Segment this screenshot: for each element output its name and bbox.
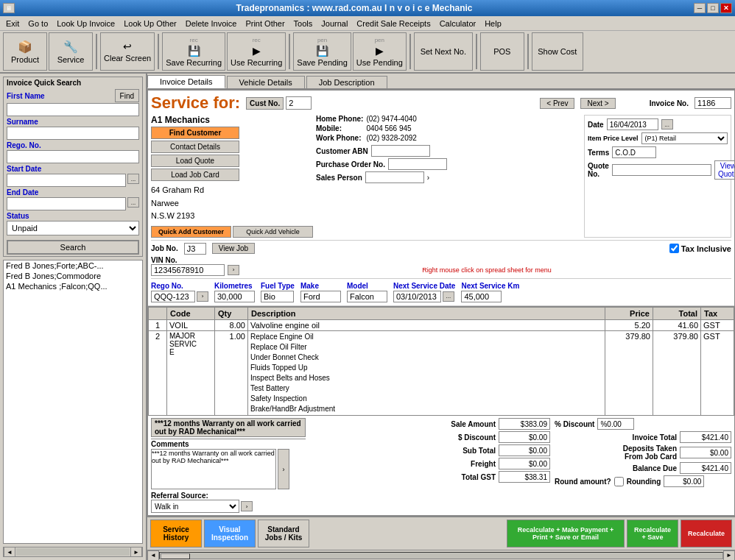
referral-expand-btn[interactable]: › xyxy=(241,501,253,511)
make-input[interactable] xyxy=(300,291,341,302)
balance-due-input[interactable] xyxy=(680,462,731,474)
hscroll-track[interactable] xyxy=(159,552,723,559)
prev-button[interactable]: < Prev xyxy=(540,98,574,109)
scroll-right[interactable]: ► xyxy=(130,547,142,557)
date-picker-btn[interactable]: ... xyxy=(661,119,673,130)
service-history-button[interactable]: Service History xyxy=(150,520,202,547)
menu-lookup-other[interactable]: Look Up Other xyxy=(119,18,181,29)
show-cost-button[interactable]: Show Cost xyxy=(532,32,583,71)
po-input[interactable] xyxy=(388,158,447,170)
gst-input[interactable] xyxy=(499,471,550,483)
make-payment-button[interactable]: Recalculate + Make Payment + Print + Sav… xyxy=(507,520,625,547)
fuel-input[interactable] xyxy=(261,291,294,302)
deposits-input[interactable] xyxy=(680,447,731,458)
hscroll-left-btn[interactable]: ◄ xyxy=(147,550,159,561)
end-date-input[interactable] xyxy=(7,197,126,210)
menu-tools[interactable]: Tools xyxy=(289,18,317,29)
close-button[interactable]: ✕ xyxy=(720,3,732,13)
start-date-picker[interactable]: ... xyxy=(127,174,139,184)
search-button[interactable]: Search xyxy=(7,240,139,255)
load-job-card-button[interactable]: Load Job Card xyxy=(151,169,239,181)
model-input[interactable] xyxy=(347,291,387,302)
list-item-3[interactable]: A1 Mechanics ;Falcon;QQ... xyxy=(4,281,142,291)
menu-print-other[interactable]: Print Other xyxy=(241,18,289,29)
invoice-total-input[interactable] xyxy=(680,431,731,443)
terms-input[interactable] xyxy=(612,146,656,158)
surname-input[interactable] xyxy=(7,127,139,140)
cust-no-input[interactable] xyxy=(286,96,312,110)
tab-invoice-details[interactable]: Invoice Details xyxy=(147,75,225,88)
menu-calculator[interactable]: Calculator xyxy=(435,18,481,29)
find-customer-button[interactable]: Find Customer xyxy=(151,127,239,139)
tab-job-description[interactable]: Job Description xyxy=(306,76,387,88)
find-button[interactable]: Find xyxy=(115,89,139,102)
menu-exit[interactable]: Exit xyxy=(1,18,24,29)
subtotal-input[interactable] xyxy=(499,444,550,456)
set-next-button[interactable]: Set Next No. xyxy=(414,32,473,71)
menu-journal[interactable]: Journal xyxy=(317,18,352,29)
rounding-input[interactable] xyxy=(664,475,704,487)
tab-vehicle-details[interactable]: Vehicle Details xyxy=(227,76,305,88)
price-level-select[interactable]: (P1) Retail xyxy=(641,132,728,144)
vin-input[interactable] xyxy=(151,264,225,276)
menu-credit-sale[interactable]: Credit Sale Receipts xyxy=(352,18,435,29)
quote-no-input[interactable] xyxy=(612,164,711,176)
hscroll-right-btn[interactable]: ► xyxy=(723,550,735,561)
next-button[interactable]: Next > xyxy=(580,98,615,109)
menu-help[interactable]: Help xyxy=(480,18,506,29)
standard-jobs-button[interactable]: Standard Jobs / Kits xyxy=(258,520,309,547)
rego-no-vehicle-input[interactable] xyxy=(151,291,195,302)
list-item-1[interactable]: Fred B Jones;Forte;ABC-... xyxy=(4,260,142,271)
menu-delete-invoice[interactable]: Delete Invoice xyxy=(181,18,242,29)
save-recurring-button[interactable]: rec 💾 Save Recurring xyxy=(162,32,225,71)
next-date-input[interactable] xyxy=(393,291,441,302)
recalculate-save-button[interactable]: Recalculate + Save xyxy=(627,520,678,547)
scroll-left[interactable]: ◄ xyxy=(4,547,15,557)
clear-screen-button[interactable]: ↩ Clear Screen xyxy=(100,32,155,71)
start-date-input[interactable] xyxy=(7,174,126,187)
recalculate-button[interactable]: Recalculate xyxy=(681,520,732,547)
contact-details-button[interactable]: Contact Details xyxy=(151,141,239,153)
first-name-input[interactable] xyxy=(7,103,139,116)
round-amount-checkbox[interactable] xyxy=(614,477,624,486)
use-pending-button[interactable]: pen ▶ Use Pending xyxy=(353,32,407,71)
date-input[interactable] xyxy=(607,118,658,130)
next-km-input[interactable] xyxy=(461,291,502,302)
rego-nav-btn[interactable]: › xyxy=(197,291,208,302)
km-input[interactable] xyxy=(214,291,255,302)
load-quote-button[interactable]: Load Quote xyxy=(151,155,239,167)
visual-inspection-button[interactable]: Visual Inspection xyxy=(204,520,256,547)
product-button[interactable]: 📦 Product xyxy=(3,32,47,71)
referral-select[interactable]: Walk in xyxy=(151,500,239,513)
service-button[interactable]: 🔧 Service xyxy=(49,32,93,71)
pos-button[interactable]: POS xyxy=(480,32,524,71)
minimize-button[interactable]: ─ xyxy=(694,3,706,13)
view-job-button[interactable]: View Job xyxy=(212,243,255,254)
hscroll-thumb[interactable] xyxy=(161,553,190,559)
tax-inclusive-checkbox[interactable] xyxy=(669,244,679,253)
sale-amount-input[interactable] xyxy=(499,418,550,430)
quick-add-customer-button[interactable]: Quick Add Customer xyxy=(151,226,231,238)
next-date-picker[interactable]: ... xyxy=(443,291,454,302)
discount-input[interactable] xyxy=(499,431,550,443)
job-no-input[interactable] xyxy=(184,243,206,255)
vin-nav-btn[interactable]: › xyxy=(228,265,239,275)
maximize-button[interactable]: □ xyxy=(707,3,719,13)
invoice-no-input[interactable] xyxy=(694,97,731,109)
freight-input[interactable] xyxy=(499,458,550,469)
menu-goto[interactable]: Go to xyxy=(24,18,52,29)
status-select[interactable]: Unpaid Paid All xyxy=(7,221,139,235)
view-quote-button[interactable]: View Quote xyxy=(714,160,735,180)
list-item-2[interactable]: Fred B Jones;Commodore xyxy=(4,271,142,281)
comments-expand-btn[interactable]: › xyxy=(278,449,289,489)
customer-abn-input[interactable] xyxy=(371,145,430,157)
use-recurring-button[interactable]: rec ▶ Use Recurring xyxy=(227,32,286,71)
end-date-picker[interactable]: ... xyxy=(127,197,139,208)
menu-lookup-invoice[interactable]: Look Up Invoice xyxy=(52,18,119,29)
save-pending-button[interactable]: pen 💾 Save Pending xyxy=(293,32,351,71)
pct-disc-input[interactable] xyxy=(597,418,634,430)
sales-person-input[interactable] xyxy=(365,171,424,183)
rego-input[interactable] xyxy=(7,150,139,163)
comments-textarea[interactable]: ***12 months Warranty on all work carrie… xyxy=(151,449,276,489)
quick-add-vehicle-button[interactable]: Quick Add Vehicle xyxy=(233,226,313,238)
